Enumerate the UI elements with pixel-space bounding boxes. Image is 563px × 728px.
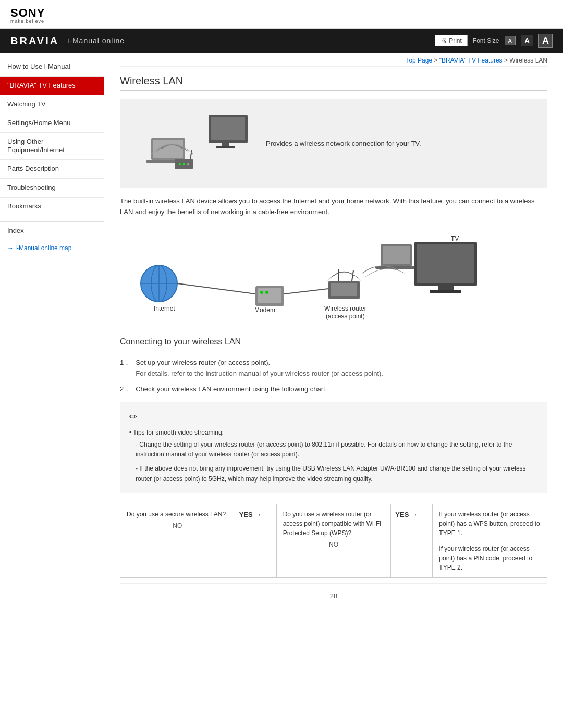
note-icon: ✏: [129, 410, 538, 425]
bravia-logo: BRAVIA: [10, 35, 59, 47]
breadcrumb: Top Page > "BRAVIA" TV Features > Wirele…: [120, 53, 547, 67]
sidebar-map-link[interactable]: i-Manual online map: [0, 239, 104, 257]
note-line-2: - If the above does not bring any improv…: [136, 464, 538, 484]
dt-col1-no: NO: [127, 521, 228, 530]
svg-point-21: [265, 291, 268, 294]
svg-rect-34: [417, 244, 474, 283]
sidebar-item-index[interactable]: Index: [0, 221, 104, 239]
dt-col1-question: Do you use a secure wireless LAN?: [127, 510, 228, 519]
svg-text:Internet: Internet: [154, 305, 175, 312]
svg-rect-25: [331, 283, 357, 296]
top-diagram-svg: [130, 109, 255, 177]
breadcrumb-sep2: >: [504, 57, 509, 64]
svg-point-9: [183, 163, 185, 165]
sidebar-item-troubleshooting[interactable]: Troubleshooting: [0, 179, 104, 198]
dt-col1: Do you use a secure wireless LAN? NO: [120, 504, 235, 577]
page-title: Wireless LAN: [120, 75, 547, 91]
step-2-main: Check your wireless LAN environment usin…: [136, 384, 327, 394]
sony-logo: SONY make.believe: [10, 6, 553, 24]
svg-rect-35: [438, 286, 454, 290]
step-2-num: 2．: [120, 384, 130, 394]
sidebar-item-using-other[interactable]: Using Other Equipment/Internet: [0, 133, 104, 161]
svg-rect-19: [258, 288, 282, 303]
svg-text:Modem: Modem: [254, 306, 275, 314]
font-medium-button[interactable]: A: [521, 35, 533, 46]
dt-col2-question: Do you use a wireless router (or access …: [283, 510, 385, 538]
dt-type2: If your wireless router (or access point…: [439, 544, 541, 572]
dt-type1: If your wireless router (or access point…: [439, 510, 541, 538]
dt-arrow2-text: YES →: [395, 510, 428, 520]
sidebar-item-settings[interactable]: Settings/Home Menu: [0, 114, 104, 133]
svg-line-23: [284, 289, 328, 294]
font-large-button[interactable]: A: [538, 34, 553, 48]
svg-rect-31: [383, 246, 410, 264]
step-1-main: Set up your wireless router (or access p…: [136, 357, 383, 368]
svg-point-20: [260, 291, 263, 294]
step-1-num: 1．: [120, 357, 130, 379]
svg-rect-32: [375, 266, 417, 269]
print-button[interactable]: 🖨 Print: [435, 35, 468, 46]
sidebar-item-bravia-features[interactable]: "BRAVIA" TV Features: [0, 77, 104, 95]
breadcrumb-sep1: >: [434, 57, 439, 64]
note-title: • Tips for smooth video streaming:: [129, 428, 538, 438]
breadcrumb-bravia-features[interactable]: "BRAVIA" TV Features: [439, 57, 503, 64]
step-1-sub: For details, refer to the instruction ma…: [136, 368, 383, 379]
dt-col2: Do you use a wireless router (or access …: [277, 504, 391, 577]
dt-arrow1: YES →: [235, 504, 277, 577]
printer-icon: 🖨: [440, 37, 447, 44]
step-1: 1． Set up your wireless router (or acces…: [120, 357, 547, 379]
steps-list: 1． Set up your wireless router (or acces…: [120, 357, 547, 394]
svg-point-10: [187, 163, 189, 165]
page-number: 28: [330, 592, 337, 600]
svg-text:TV: TV: [451, 235, 459, 242]
top-diagram: Provides a wireless network connection f…: [120, 99, 547, 188]
step-2: 2． Check your wireless LAN environment u…: [120, 384, 547, 394]
network-svg: Internet Modem: [130, 226, 485, 323]
svg-rect-1: [211, 117, 245, 140]
svg-text:(access point): (access point): [326, 313, 365, 320]
svg-point-8: [179, 163, 181, 165]
network-diagram: Internet Modem: [130, 226, 547, 323]
sidebar-item-watching-tv[interactable]: Watching TV: [0, 95, 104, 114]
breadcrumb-top-page[interactable]: Top Page: [406, 57, 432, 64]
nav-bar: BRAVIA i-Manual online 🖨 Print Font Size…: [0, 29, 563, 53]
svg-line-26: [352, 270, 353, 281]
section-heading: Connecting to your wireless LAN: [120, 333, 547, 350]
sidebar: How to Use i-Manual "BRAVIA" TV Features…: [0, 53, 104, 629]
nav-right: 🖨 Print Font Size A A A: [435, 34, 553, 48]
dt-col2-no: NO: [283, 540, 385, 549]
top-bar: SONY make.believe: [0, 0, 563, 29]
font-small-button[interactable]: A: [505, 36, 516, 45]
svg-text:Wireless router: Wireless router: [324, 305, 366, 312]
i-manual-title: i-Manual online: [67, 36, 125, 45]
svg-rect-36: [430, 290, 461, 293]
dt-arrow2: YES →: [391, 504, 433, 577]
font-size-label: Font Size: [473, 37, 499, 44]
main-layout: How to Use i-Manual "BRAVIA" TV Features…: [0, 53, 563, 629]
decision-table: Do you use a secure wireless LAN? NO YES…: [120, 504, 547, 578]
svg-line-17: [177, 283, 255, 294]
page-footer: 28: [120, 583, 547, 608]
nav-left: BRAVIA i-Manual online: [10, 35, 125, 47]
sidebar-item-how-to-use[interactable]: How to Use i-Manual: [0, 58, 104, 77]
content-area: Top Page > "BRAVIA" TV Features > Wirele…: [104, 53, 563, 629]
sidebar-item-parts[interactable]: Parts Description: [0, 160, 104, 179]
note-line-1: - Change the setting of your wireless ro…: [136, 440, 538, 460]
svg-rect-3: [216, 146, 235, 148]
dt-col3: If your wireless router (or access point…: [433, 504, 547, 577]
note-box: ✏ • Tips for smooth video streaming: - C…: [120, 402, 547, 493]
body-text: The built-in wireless LAN device allows …: [120, 196, 547, 218]
dt-arrow1-text: YES →: [239, 510, 272, 520]
breadcrumb-current: Wireless LAN: [509, 57, 547, 64]
sidebar-item-bookmarks[interactable]: Bookmarks: [0, 198, 104, 216]
diagram-description: Provides a wireless network connection f…: [266, 140, 537, 147]
